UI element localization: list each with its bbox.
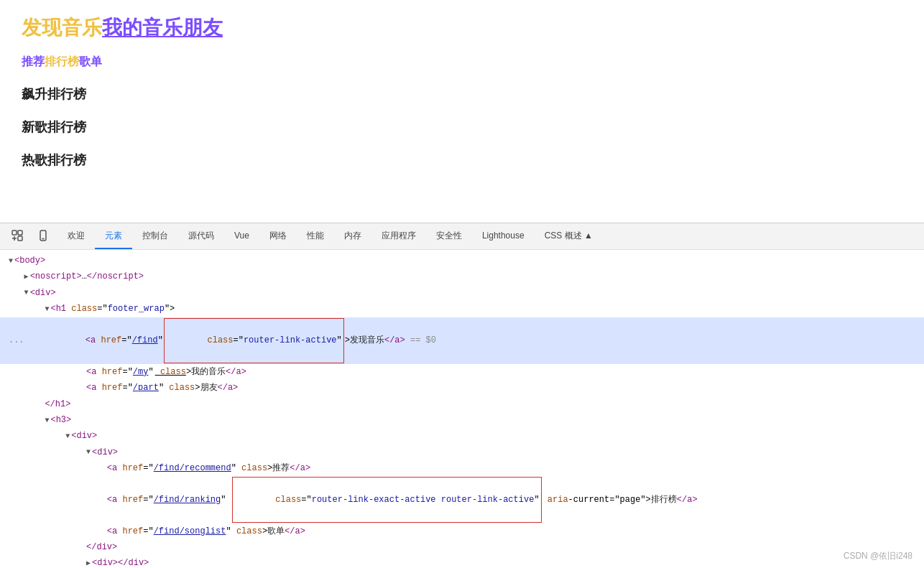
tab-welcome[interactable]: 欢迎 — [57, 223, 95, 249]
tab-lighthouse[interactable]: Lighthouse — [472, 223, 535, 249]
code-a-songlist[interactable]: <a href="/find/songlist" class >歌单</a> — [0, 523, 924, 539]
svg-rect-1 — [18, 231, 22, 235]
code-a-recommend[interactable]: <a href="/find/recommend" class >推荐</a> — [0, 460, 924, 476]
nav-recommend[interactable]: 推荐 — [22, 55, 45, 67]
chart-item-3[interactable]: 热歌排行榜 — [22, 152, 902, 169]
tab-vue[interactable]: Vue — [224, 223, 259, 249]
devtools-panel: 欢迎 元素 控制台 源代码 Vue 网络 性能 内存 应用程序 安全性 Ligh… — [0, 223, 924, 568]
top-content-area: 发现音乐我的音乐朋友 推荐排行榜歌单 飙升排行榜 新歌排行榜 热歌排行榜 — [0, 0, 924, 223]
tab-sources[interactable]: 源代码 — [178, 223, 224, 249]
svg-rect-0 — [12, 231, 17, 235]
tab-application[interactable]: 应用程序 — [371, 223, 426, 249]
code-div-last[interactable]: ▶ <div></div> — [0, 555, 924, 568]
nav-ranking[interactable]: 排行榜 — [45, 55, 79, 67]
main-title: 发现音乐我的音乐朋友 — [22, 14, 902, 42]
devtools-icon-mobile[interactable] — [32, 223, 55, 249]
code-a-my[interactable]: <a href="/my" class >我的音乐</a> — [0, 364, 924, 380]
code-div-close-inner[interactable]: </div> — [0, 539, 924, 555]
code-a-ranking[interactable]: <a href="/find/ranking" class="router-li… — [0, 476, 924, 523]
code-body[interactable]: ▼ <body> — [0, 253, 924, 269]
my-music-text[interactable]: 我的音乐朋友 — [102, 17, 223, 39]
code-div-inner2[interactable]: ▼ <div> — [0, 444, 924, 460]
code-a-part[interactable]: <a href="/part" class >朋友</a> — [0, 380, 924, 396]
code-a-find[interactable]: ... <a href="/find" class="router-link-a… — [0, 317, 924, 364]
tab-network[interactable]: 网络 — [259, 223, 297, 249]
chart-item-2[interactable]: 新歌排行榜 — [22, 118, 902, 136]
nav-songlist[interactable]: 歌单 — [79, 55, 102, 67]
chart-item-1[interactable]: 飙升排行榜 — [22, 85, 902, 103]
nav-links: 推荐排行榜歌单 — [22, 55, 902, 70]
code-h1-close[interactable]: </h1> — [0, 396, 924, 412]
tab-console[interactable]: 控制台 — [132, 223, 178, 249]
code-h3[interactable]: ▼ <h3> — [0, 412, 924, 428]
tab-performance[interactable]: 性能 — [297, 223, 334, 249]
code-noscript[interactable]: ▶ <noscript>…</noscript> — [0, 269, 924, 284]
watermark: CSDN @依旧i248 — [844, 550, 913, 562]
svg-rect-2 — [18, 236, 22, 241]
code-div-outer[interactable]: ▼ <div> — [0, 285, 924, 301]
code-div-h3-inner[interactable]: ▼ <div> — [0, 428, 924, 444]
tab-elements[interactable]: 元素 — [95, 223, 132, 249]
tab-memory[interactable]: 内存 — [334, 223, 371, 249]
tab-security[interactable]: 安全性 — [426, 223, 472, 249]
devtools-icon-inspect[interactable] — [6, 223, 29, 249]
code-h1[interactable]: ▼ <h1 class="footer_wrap"> — [0, 301, 924, 317]
find-music-text[interactable]: 发现音乐 — [22, 17, 102, 39]
devtools-tabs: 欢迎 元素 控制台 源代码 Vue 网络 性能 内存 应用程序 安全性 Ligh… — [0, 223, 924, 250]
devtools-body: ▼ <body> ▶ <noscript>…</noscript> ▼ <div… — [0, 250, 924, 568]
tab-css-overview[interactable]: CSS 概述 ▲ — [535, 223, 603, 249]
